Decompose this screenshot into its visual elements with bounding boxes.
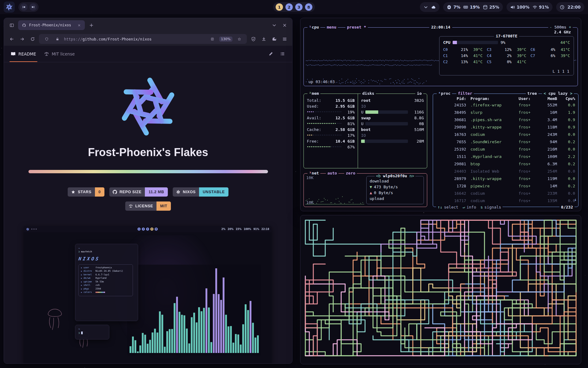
audio-network-widget[interactable]: 100% 91% (507, 2, 552, 12)
sidebar-toggle-icon[interactable] (8, 21, 16, 29)
privacy-badge-icon[interactable] (249, 35, 257, 43)
cpu-box-title[interactable]: ¹cpu (307, 25, 320, 29)
btop-mem-box: ²mem disks io Total:15.5 GiBUsed:2.95 Gi… (303, 94, 427, 168)
tree-toggle[interactable]: tree (526, 91, 538, 96)
fetch-value: Hyprland (96, 277, 107, 280)
workspace-button-1[interactable]: 1 (276, 3, 283, 11)
net-auto-button[interactable]: auto (326, 171, 338, 175)
process-row[interactable]: 16642codiumfros+233M0.0 (433, 190, 578, 197)
process-row[interactable]: 7655.SoundWireSerfros+94M0.2 (433, 138, 578, 145)
cpu-core-row: C76%39°C (530, 53, 570, 58)
outline-icon[interactable] (279, 51, 285, 57)
proc-box-title[interactable]: ⁴proc (437, 91, 452, 96)
tab-readme[interactable]: README (11, 46, 36, 62)
cpu-core-row: C42%39°C (487, 53, 526, 58)
filter-button[interactable]: filter (456, 91, 474, 96)
tab-list-button[interactable] (270, 21, 278, 29)
process-row[interactable]: 29090.kitty-wrappefros+118M0.9 (433, 123, 578, 131)
window-close-button[interactable] (281, 21, 288, 29)
license-badge-row: LICENSEMIT (4, 201, 292, 211)
fetch-value: 6.6.7-lqx1 (96, 273, 109, 277)
scroll-down-arrow[interactable]: ↓ (574, 197, 577, 202)
process-row[interactable]: 30681.pipes.sh-wrafros+3.4M0.9 (433, 116, 578, 123)
menu-button[interactable]: menu (325, 25, 338, 29)
disk-icon (483, 5, 488, 10)
process-row[interactable]: 38495slurpfros+16M1.9 (433, 109, 578, 116)
tab-title: Frost-Phoenix/nixos (29, 23, 74, 27)
btop-clock: 22:00:14 (429, 25, 452, 29)
badge-label: NIXOS (183, 190, 196, 194)
footer-signals[interactable]: ssignals (481, 205, 501, 209)
mini-stat: 2% (221, 228, 226, 231)
workspace-button-8[interactable]: 8 (305, 3, 312, 11)
footer-info[interactable]: ↵info (463, 205, 476, 209)
process-row[interactable]: 25192codiumfros+216M0.0 (433, 145, 578, 153)
workspace-button-2[interactable]: 2 (285, 3, 293, 11)
net-zero-button[interactable]: zero (344, 171, 357, 175)
disk-io-row: IO (361, 103, 424, 109)
selection-counter: 0/232 (560, 205, 575, 209)
mem-box-title[interactable]: ²mem (307, 91, 320, 96)
process-row[interactable]: 29081btopfros+6.3M0.2 (433, 160, 578, 167)
sort-selector[interactable]: < cpu lazy > (542, 91, 574, 96)
fetch-key: pkgs (84, 287, 94, 291)
bookmark-star-icon[interactable] (235, 35, 243, 43)
process-row[interactable]: 16763codiumfros+243M0.0 (433, 131, 578, 138)
readme-content: Frost-Phoenix's Flakes STARS0REPO SIZE11… (4, 62, 292, 363)
mini-clock: 22:18 (262, 228, 269, 231)
process-row[interactable]: 1728pipewirefros+14M0.2 (433, 182, 578, 190)
nixos-launcher-button[interactable] (4, 2, 15, 13)
edit-icon[interactable] (268, 51, 274, 57)
cpu-core-row: C021%39°C (443, 47, 483, 52)
refresh-button[interactable] (28, 35, 36, 43)
disk-io-row: IO (361, 132, 424, 138)
process-row[interactable]: 24403Isolated Webfros+254M0.0 (433, 167, 578, 175)
update-interval[interactable]: - 500ms + (548, 25, 573, 29)
mem-meter: 19% (307, 109, 355, 115)
badge-nixos: NIXOSUNSTABLE (173, 187, 228, 197)
process-row[interactable]: 16717codiumfros+135M0.0 (433, 197, 578, 204)
forward-button[interactable] (18, 35, 26, 43)
footer-select[interactable]: ↑↓select (438, 205, 458, 209)
tracking-protection-icon[interactable] (43, 35, 51, 43)
weather-widget[interactable] (420, 2, 439, 12)
url-bar[interactable]: https://github.com/Frost-Phoenix/nixos 1… (39, 34, 247, 44)
star-icon (71, 190, 75, 194)
browser-tab[interactable]: Frost-Phoenix/nixos (18, 20, 85, 30)
process-row[interactable]: 28979.kitty-wrappefros+119M0.0 (433, 175, 578, 182)
preset-button[interactable]: preset * (345, 25, 368, 29)
download-label-row: download (370, 178, 420, 184)
license-tab-label: MIT license (52, 52, 75, 56)
upload-label-row: upload (370, 196, 420, 201)
disk-usage-row: U116G (361, 109, 424, 115)
back-button[interactable] (8, 35, 16, 43)
media-prev-button[interactable] (20, 3, 28, 11)
net-stats-panel: <b wlp0s20f0u n> download ▼473 Byte/s ▲0… (366, 176, 424, 204)
app-menu-icon[interactable] (281, 35, 288, 43)
tab-close-icon[interactable] (76, 22, 82, 28)
download-rate-row: ▼473 Byte/s (370, 184, 420, 190)
process-row[interactable]: 24153.firefox-wrapfros+552M0.0 (433, 101, 578, 109)
status-bar-left (4, 2, 39, 13)
extensions-icon[interactable] (270, 35, 278, 43)
downloads-icon[interactable] (260, 35, 268, 43)
system-stats-widget[interactable]: 7% 19% 25% (443, 2, 503, 12)
mini-workspace-1: 1 (138, 228, 141, 231)
net-box-title[interactable]: ³net (307, 171, 320, 175)
cpu-core-row: C312%39°C (487, 47, 526, 52)
process-row[interactable]: 1511.Hyprland-wrafros+100M2.2 (433, 153, 578, 160)
zoom-level[interactable]: 130% (219, 36, 232, 42)
ram-icon (463, 5, 468, 10)
fetch-icon: ◆ (81, 288, 82, 290)
clock-widget[interactable]: 22:00 (556, 2, 584, 12)
https-lock-icon[interactable] (53, 35, 61, 43)
media-next-button[interactable] (29, 3, 37, 11)
workspace-switcher: 1238 (273, 2, 315, 12)
new-tab-button[interactable] (87, 21, 95, 29)
workspace-button-3[interactable]: 3 (295, 3, 303, 11)
reader-mode-icon[interactable] (209, 35, 217, 43)
mem-meter: 67% (307, 144, 355, 150)
skip-back-icon (22, 5, 26, 9)
network-interface[interactable]: <b wlp0s20f0u n> (375, 174, 415, 178)
tab-mit-license[interactable]: MIT license (44, 46, 75, 62)
